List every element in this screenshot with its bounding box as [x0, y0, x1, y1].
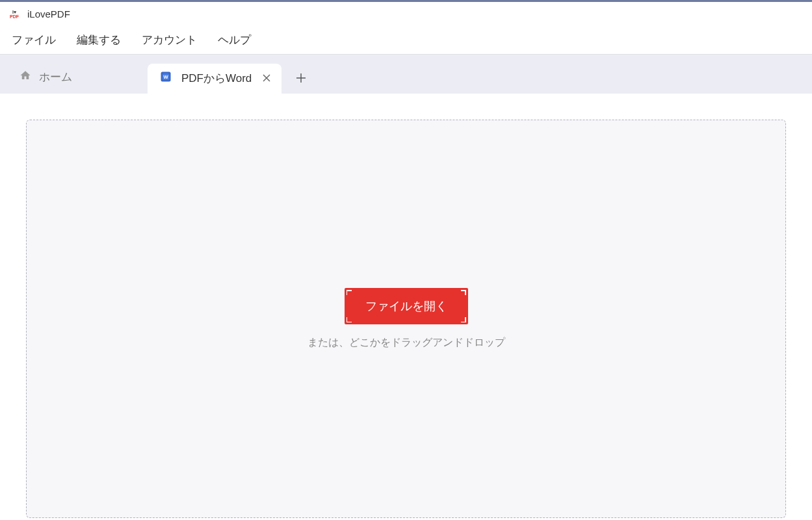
open-file-button[interactable]: ファイルを開く	[345, 288, 468, 324]
svg-text:W: W	[163, 74, 168, 80]
close-icon	[263, 74, 270, 82]
word-doc-icon: W	[159, 70, 172, 86]
tab-bar: ホーム W PDFからWord	[0, 55, 812, 94]
tab-pdf-to-word[interactable]: W PDFからWord	[148, 64, 282, 94]
file-drop-zone[interactable]: ファイルを開く または、どこかをドラッグアンドドロップ	[26, 120, 786, 518]
menu-help[interactable]: ヘルプ	[216, 30, 252, 50]
menu-edit[interactable]: 編集する	[75, 30, 122, 50]
app-title: iLovePDF	[27, 8, 70, 20]
title-bar: I♥PDF iLovePDF	[0, 0, 812, 26]
home-icon	[20, 70, 31, 84]
app-logo-icon: I♥PDF	[8, 8, 21, 21]
tab-label: PDFからWord	[181, 71, 252, 86]
tab-home-label: ホーム	[39, 70, 72, 84]
plus-icon	[296, 73, 306, 83]
drop-hint-text: または、どこかをドラッグアンドドロップ	[308, 336, 505, 350]
menu-bar: ファイル 編集する アカウント ヘルプ	[0, 26, 812, 55]
menu-file[interactable]: ファイル	[10, 30, 57, 50]
close-tab-button[interactable]	[261, 72, 272, 84]
tab-home[interactable]: ホーム	[14, 62, 83, 94]
add-tab-button[interactable]	[288, 65, 314, 91]
content-area: ファイルを開く または、どこかをドラッグアンドドロップ	[0, 94, 812, 518]
menu-account[interactable]: アカウント	[140, 30, 198, 50]
open-file-label: ファイルを開く	[365, 300, 447, 313]
